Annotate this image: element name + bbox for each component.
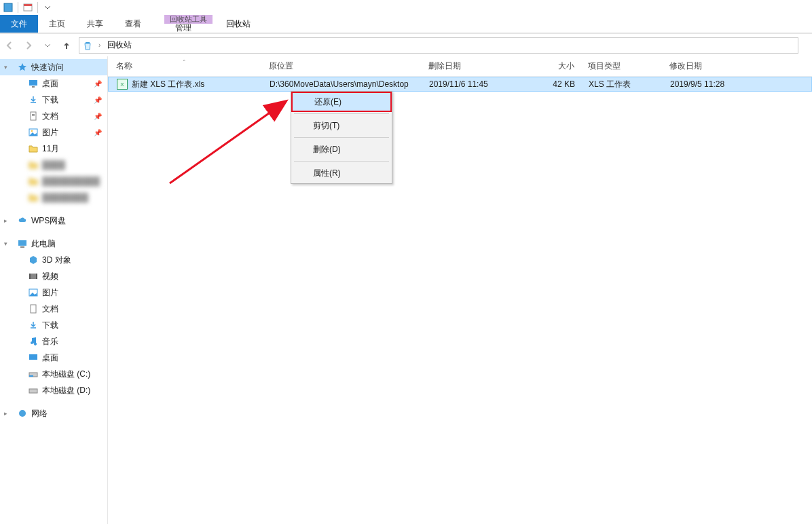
sidebar-item-blurred[interactable]: ████████ xyxy=(0,189,107,206)
nav-back-icon[interactable] xyxy=(0,36,19,55)
nav-forward-icon[interactable] xyxy=(19,36,38,55)
computer-icon xyxy=(16,239,29,248)
file-modified-date-cell: 2019/9/5 11:28 xyxy=(662,79,743,89)
svg-rect-5 xyxy=(32,86,35,88)
recycle-bin-icon xyxy=(79,40,96,51)
sidebar-item-label: 下载 xyxy=(42,94,58,106)
sidebar-item-drive-c[interactable]: 本地磁盘 (C:) xyxy=(0,366,107,382)
sidebar-item-label: ████ xyxy=(42,160,65,170)
sidebar-item-3d[interactable]: 3D 对象 xyxy=(0,252,107,268)
sidebar-item-videos[interactable]: 视频 xyxy=(0,268,107,284)
download-icon xyxy=(27,320,39,330)
file-row[interactable]: X 新建 XLS 工作表.xls D:\360MoveData\Users\ma… xyxy=(108,77,812,92)
chevron-down-icon[interactable]: ▾ xyxy=(4,64,7,71)
breadcrumb-segment[interactable]: 回收站 xyxy=(103,39,136,51)
music-icon xyxy=(27,337,39,346)
chevron-down-icon[interactable]: ▾ xyxy=(4,240,7,247)
ribbon-tabs: 文件 主页 共享 查看 回收站工具 管理 回收站 xyxy=(0,15,812,33)
folder-icon xyxy=(27,144,39,153)
sidebar-item-music[interactable]: 音乐 xyxy=(0,333,107,350)
sidebar-item-pictures[interactable]: 图片 📌 xyxy=(0,124,107,141)
ribbon-tab-file[interactable]: 文件 xyxy=(0,15,38,33)
sidebar-item-label: 下载 xyxy=(42,320,58,331)
sidebar-quick-access[interactable]: ▾ 快速访问 xyxy=(0,59,107,75)
sidebar-wps[interactable]: ▸ WPS网盘 xyxy=(0,212,107,229)
ribbon-tab-share[interactable]: 共享 xyxy=(76,15,114,33)
sort-asc-icon: ˄ xyxy=(183,59,186,66)
file-name-label: 新建 XLS 工作表.xls xyxy=(132,79,204,90)
svg-rect-14 xyxy=(29,274,31,279)
qat-divider xyxy=(18,2,18,13)
context-menu: 还原(E) 剪切(T) 删除(D) 属性(R) xyxy=(291,91,392,184)
svg-rect-12 xyxy=(20,246,24,248)
sidebar-item-desktop2[interactable]: 桌面 xyxy=(0,350,107,366)
chevron-right-icon[interactable]: › xyxy=(96,41,103,49)
svg-rect-4 xyxy=(29,80,37,86)
document-icon xyxy=(27,304,39,314)
col-modified-date[interactable]: 修改日期 xyxy=(661,60,743,72)
sidebar-item-blurred[interactable]: ██████████ xyxy=(0,173,107,189)
folder-icon xyxy=(27,176,39,186)
sidebar-item-documents[interactable]: 文档 📌 xyxy=(0,108,107,124)
qat-properties-icon[interactable] xyxy=(20,0,36,15)
sidebar-item-label: 文档 xyxy=(42,111,58,122)
sidebar-item-folder-11[interactable]: 11月 xyxy=(0,141,107,157)
ctx-separator xyxy=(294,137,389,138)
qat-customize-dropdown-icon[interactable] xyxy=(39,0,56,15)
sidebar-network[interactable]: ▸ 网络 xyxy=(0,405,107,422)
svg-rect-18 xyxy=(29,354,37,360)
desktop-icon xyxy=(27,79,39,88)
nav-bar: › 回收站 xyxy=(0,33,812,56)
sidebar-item-drive-d[interactable]: 本地磁盘 (D:) xyxy=(0,382,107,398)
download-icon xyxy=(27,95,39,105)
sidebar-item-label: 3D 对象 xyxy=(42,255,71,266)
sidebar-item-desktop[interactable]: 桌面 📌 xyxy=(0,75,107,92)
content-pane: ˄ 名称 原位置 删除日期 大小 项目类型 修改日期 X 新建 XLS 工作表.… xyxy=(108,56,812,524)
ribbon-tab-manage[interactable]: 管理 xyxy=(164,24,213,33)
document-icon xyxy=(27,111,39,121)
address-bar[interactable]: › 回收站 xyxy=(79,37,798,54)
cube-icon xyxy=(27,255,39,265)
pin-icon: 📌 xyxy=(94,129,102,136)
file-type-cell: XLS 工作表 xyxy=(580,79,662,90)
sidebar-item-label: 视频 xyxy=(42,271,58,282)
sidebar-item-label: 11月 xyxy=(42,143,59,155)
sidebar-item-label: ██████████ xyxy=(42,176,100,186)
picture-icon xyxy=(27,128,39,137)
ribbon-tab-home[interactable]: 主页 xyxy=(38,15,76,33)
window-title: 回收站 xyxy=(226,15,251,33)
chevron-right-icon[interactable]: ▸ xyxy=(4,410,7,417)
col-name[interactable]: ˄ 名称 xyxy=(108,60,261,72)
sidebar-item-label: 本地磁盘 (C:) xyxy=(42,369,90,380)
sidebar-item-label: 图片 xyxy=(42,287,58,299)
ribbon-tab-view[interactable]: 查看 xyxy=(114,15,152,33)
qat-divider-2 xyxy=(37,2,38,13)
ctx-cut[interactable]: 剪切(T) xyxy=(291,115,392,136)
ctx-properties[interactable]: 属性(R) xyxy=(291,163,392,183)
pin-icon: 📌 xyxy=(94,113,102,120)
star-icon xyxy=(16,62,29,72)
ctx-delete[interactable]: 删除(D) xyxy=(291,139,392,160)
sidebar-item-documents2[interactable]: 文档 xyxy=(0,301,107,317)
sidebar-item-pictures2[interactable]: 图片 xyxy=(0,284,107,301)
folder-icon xyxy=(27,160,39,170)
nav-up-icon[interactable] xyxy=(57,36,76,55)
ctx-restore[interactable]: 还原(E) xyxy=(291,92,392,112)
col-type[interactable]: 项目类型 xyxy=(580,60,661,72)
sidebar-item-downloads[interactable]: 下载 📌 xyxy=(0,92,107,108)
pin-icon: 📌 xyxy=(94,80,102,88)
sidebar-item-downloads2[interactable]: 下载 xyxy=(0,317,107,333)
recycle-bin-app-icon xyxy=(0,0,16,15)
sidebar: ▾ 快速访问 桌面 📌 下载 📌 文档 📌 图片 📌 1 xyxy=(0,56,108,524)
col-delete-date[interactable]: 删除日期 xyxy=(420,60,529,72)
nav-recent-dropdown-icon[interactable] xyxy=(38,36,57,55)
folder-icon xyxy=(27,193,39,202)
sidebar-this-pc[interactable]: ▾ 此电脑 xyxy=(0,236,107,252)
sidebar-item-label: 快速访问 xyxy=(31,62,64,73)
sidebar-item-label: 本地磁盘 (D:) xyxy=(42,385,90,396)
file-location-cell: D:\360MoveData\Users\mayn\Desktop xyxy=(261,79,421,89)
sidebar-item-blurred[interactable]: ████ xyxy=(0,157,107,173)
col-size[interactable]: 大小 xyxy=(529,60,580,72)
chevron-right-icon[interactable]: ▸ xyxy=(4,217,7,224)
col-location[interactable]: 原位置 xyxy=(261,60,420,72)
